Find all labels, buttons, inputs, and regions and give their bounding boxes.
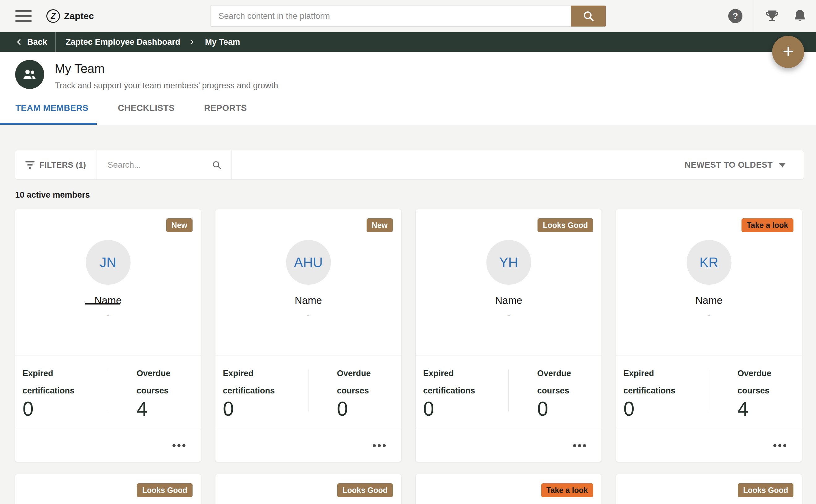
member-name: Name: [416, 295, 601, 306]
active-members-count: 10 active members: [15, 190, 90, 200]
member-card[interactable]: Looks Good: [616, 474, 802, 504]
redacted-text: [85, 303, 120, 305]
more-options-button[interactable]: [370, 441, 389, 450]
member-cards-grid: New JN Name - Expired certifications 0 O…: [15, 209, 802, 504]
status-badge: Take a look: [742, 218, 793, 232]
toolbar-divider: [231, 150, 232, 179]
member-card[interactable]: Take a look KR Name - Expired certificat…: [616, 209, 802, 462]
expired-certifications-value: 0: [223, 397, 308, 420]
overdue-courses-label: Overdue courses: [137, 365, 191, 399]
member-stats: Expired certifications 0 Overdue courses…: [15, 355, 201, 429]
member-card[interactable]: Looks Good: [216, 474, 401, 504]
funnel-icon: [25, 161, 35, 169]
achievements-button[interactable]: [765, 9, 780, 23]
trophy-icon: [765, 9, 780, 23]
breadcrumb-item-current: My Team: [205, 37, 240, 47]
member-search-input[interactable]: [107, 160, 212, 170]
avatar: KR: [687, 240, 731, 285]
overdue-courses-value: 4: [137, 397, 201, 420]
status-badge: New: [367, 218, 393, 232]
page-title: My Team: [55, 62, 105, 76]
status-badge: Looks Good: [537, 218, 593, 232]
expired-certifications-value: 0: [423, 397, 508, 420]
back-button[interactable]: Back: [0, 32, 47, 52]
overdue-courses-value: 0: [537, 397, 601, 420]
tab-checklists[interactable]: CHECKLISTS: [118, 103, 174, 113]
expired-certifications-label: Expired certifications: [423, 365, 477, 399]
expired-certifications-label: Expired certifications: [624, 365, 678, 399]
overdue-courses-label: Overdue courses: [537, 365, 591, 399]
topbar-actions: ?: [728, 0, 807, 32]
breadcrumb-divider: [55, 32, 56, 52]
people-icon: [15, 60, 44, 89]
topbar-divider: [754, 0, 754, 32]
member-stats: Expired certifications 0 Overdue courses…: [616, 355, 802, 429]
ellipsis-icon: [373, 444, 376, 447]
page-subtitle: Track and support your team members’ pro…: [55, 81, 278, 90]
member-subtitle: -: [15, 311, 201, 320]
member-search: [96, 150, 231, 179]
more-options-button[interactable]: [169, 441, 188, 450]
global-search-button[interactable]: [571, 6, 606, 27]
help-button[interactable]: ?: [728, 9, 742, 23]
member-name: Name: [216, 295, 401, 306]
brand-name: Zaptec: [64, 11, 94, 21]
more-options-button[interactable]: [770, 441, 789, 450]
global-search-input[interactable]: [210, 6, 571, 27]
ellipsis-icon: [172, 444, 175, 447]
member-card[interactable]: New AHU Name - Expired certifications 0 …: [216, 209, 401, 462]
expired-certifications-label: Expired certifications: [23, 365, 77, 399]
caret-down-icon: [779, 163, 786, 167]
sort-label: NEWEST TO OLDEST: [685, 160, 773, 170]
filters-button[interactable]: FILTERS (1): [15, 150, 96, 179]
member-card[interactable]: Looks Good YH Name - Expired certificati…: [416, 209, 601, 462]
breadcrumb-item-dashboard[interactable]: Zaptec Employee Dashboard: [66, 37, 180, 47]
member-subtitle: -: [216, 311, 401, 320]
status-badge: Looks Good: [738, 483, 793, 497]
add-button[interactable]: +: [772, 36, 804, 68]
tab-reports[interactable]: REPORTS: [204, 103, 247, 113]
status-badge: Take a look: [541, 483, 593, 497]
overdue-courses-value: 0: [337, 397, 401, 420]
more-options-button[interactable]: [570, 441, 589, 450]
status-badge: Looks Good: [137, 483, 192, 497]
app: Z Zaptec ? Back Zaptec: [0, 0, 816, 504]
chevron-left-icon: [15, 38, 23, 46]
member-card[interactable]: Take a look: [416, 474, 601, 504]
page-header: My Team Track and support your team memb…: [0, 52, 816, 125]
plus-icon: +: [783, 41, 794, 61]
member-subtitle: -: [416, 311, 601, 320]
tab-team-members[interactable]: TEAM MEMBERS: [15, 103, 88, 113]
filters-label: FILTERS (1): [40, 160, 86, 170]
overdue-courses-label: Overdue courses: [337, 365, 391, 399]
member-name: Name: [616, 295, 802, 306]
overdue-courses-label: Overdue courses: [738, 365, 792, 399]
member-stats: Expired certifications 0 Overdue courses…: [216, 355, 401, 429]
topbar: Z Zaptec ?: [0, 0, 816, 32]
notifications-button[interactable]: [793, 9, 807, 23]
avatar: AHU: [286, 240, 331, 285]
question-mark-icon: ?: [728, 9, 742, 23]
expired-certifications-label: Expired certifications: [223, 365, 277, 399]
hamburger-icon: [15, 10, 32, 12]
filter-toolbar: FILTERS (1) NEWEST TO OLDEST: [15, 150, 804, 179]
back-label: Back: [27, 37, 47, 47]
breadcrumb: Back Zaptec Employee Dashboard My Team: [0, 32, 816, 52]
content: FILTERS (1) NEWEST TO OLDEST 10 active m…: [0, 125, 816, 504]
member-stats: Expired certifications 0 Overdue courses…: [416, 355, 601, 429]
menu-button[interactable]: [15, 10, 32, 22]
sort-dropdown[interactable]: NEWEST TO OLDEST: [685, 160, 804, 170]
member-name: Name: [15, 295, 201, 306]
ellipsis-icon: [773, 444, 776, 447]
member-card[interactable]: New JN Name - Expired certifications 0 O…: [15, 209, 201, 462]
ellipsis-icon: [573, 444, 576, 447]
expired-certifications-value: 0: [624, 397, 709, 420]
overdue-courses-value: 4: [738, 397, 802, 420]
member-subtitle: -: [616, 311, 802, 320]
search-icon: [582, 10, 595, 23]
avatar: JN: [86, 240, 130, 285]
tab-bar: TEAM MEMBERS CHECKLISTS REPORTS: [15, 103, 276, 113]
chevron-right-icon: [188, 39, 195, 45]
magnifier-icon: [212, 160, 222, 170]
member-card[interactable]: Looks Good: [15, 474, 201, 504]
